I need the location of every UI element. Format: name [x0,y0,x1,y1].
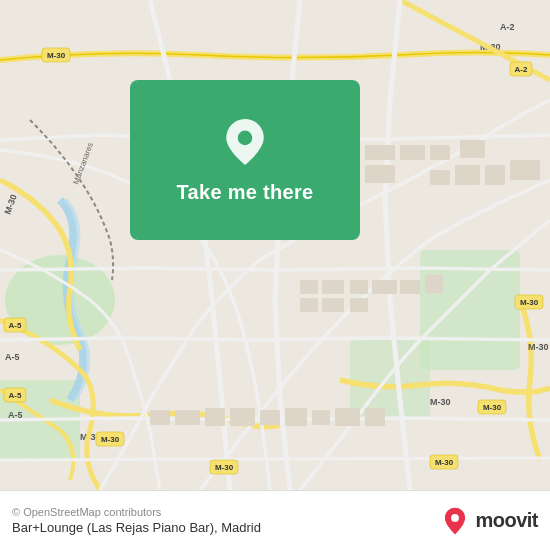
svg-rect-44 [312,410,330,425]
svg-point-65 [238,130,253,145]
footer-info: © OpenStreetMap contributors Bar+Lounge … [12,506,261,535]
footer-bar: © OpenStreetMap contributors Bar+Lounge … [0,490,550,550]
svg-rect-32 [372,280,397,294]
svg-rect-36 [322,298,344,312]
svg-text:M-30: M-30 [483,403,502,412]
svg-point-66 [452,514,460,522]
svg-rect-46 [365,408,385,426]
navigation-overlay[interactable]: Take me there [130,80,360,240]
svg-rect-41 [230,408,255,426]
venue-name: Bar+Lounge (Las Rejas Piano Bar), Madrid [12,520,261,535]
svg-text:M-30: M-30 [520,298,539,307]
map-svg: M-30 A-2 M-30 M-30 M-30 M-30 A-5 A-5 [0,0,550,490]
svg-rect-24 [365,165,395,183]
svg-text:M-30: M-30 [215,463,234,472]
svg-rect-37 [350,298,368,312]
copyright-text: © OpenStreetMap contributors [12,506,261,518]
svg-rect-34 [425,275,443,293]
svg-rect-20 [460,140,485,158]
svg-rect-45 [335,408,360,426]
svg-rect-31 [350,280,368,294]
moovit-pin-icon [441,507,469,535]
svg-text:A-5: A-5 [9,321,22,330]
svg-rect-28 [510,160,540,180]
svg-text:A-5: A-5 [5,352,20,362]
svg-rect-33 [400,280,420,294]
svg-rect-38 [150,410,170,425]
svg-rect-27 [485,165,505,185]
moovit-logo: moovit [441,507,538,535]
svg-text:M-30: M-30 [101,435,120,444]
svg-rect-17 [365,145,395,160]
svg-rect-19 [430,145,450,160]
svg-text:A-2: A-2 [500,22,515,32]
svg-text:M-30: M-30 [47,51,66,60]
svg-rect-18 [400,145,425,160]
svg-rect-25 [430,170,450,185]
svg-text:M-30: M-30 [435,458,454,467]
svg-rect-29 [300,280,318,294]
take-me-there-button[interactable]: Take me there [177,181,314,204]
moovit-wordmark: moovit [475,509,538,532]
svg-rect-26 [455,165,480,185]
svg-rect-35 [300,298,318,312]
svg-rect-42 [260,410,280,425]
svg-rect-39 [175,410,200,425]
svg-text:M-30: M-30 [430,397,451,407]
location-pin-icon [220,117,270,167]
svg-text:A-2: A-2 [515,65,528,74]
svg-text:A-5: A-5 [9,391,22,400]
map-container: M-30 A-2 M-30 M-30 M-30 M-30 A-5 A-5 [0,0,550,490]
svg-rect-43 [285,408,307,426]
svg-rect-30 [322,280,344,294]
svg-text:M-30: M-30 [528,342,549,352]
svg-rect-40 [205,408,225,426]
